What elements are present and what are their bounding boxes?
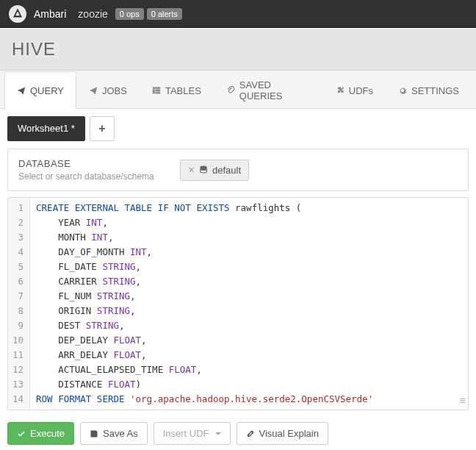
tab-label: UDFs	[349, 85, 373, 96]
tab-udfs[interactable]: UDFs	[323, 71, 386, 109]
database-selected-name: default	[212, 165, 241, 176]
execute-label: Execute	[30, 428, 65, 439]
code-line: ARR_DELAY FLOAT,	[36, 348, 462, 362]
code-line: ORIGIN STRING,	[36, 304, 462, 318]
action-bar: Execute Save As Insert UDF Visual Explai…	[7, 416, 469, 448]
code-line: DEP_DELAY FLOAT,	[36, 333, 462, 348]
resize-handle-icon[interactable]: ≡	[460, 392, 464, 408]
tab-label: SAVED QUERIES	[239, 79, 311, 101]
link-icon	[246, 429, 255, 438]
tab-label: QUERY	[30, 85, 64, 96]
insert-udf-dropdown[interactable]: Insert UDF	[154, 422, 231, 445]
tab-jobs[interactable]: JOBS	[76, 71, 140, 109]
visual-explain-label: Visual Explain	[259, 428, 319, 439]
visual-explain-button[interactable]: Visual Explain	[237, 422, 328, 445]
code-line: FL_DATE STRING,	[36, 260, 462, 274]
code-line: DEST STRING,	[36, 318, 462, 333]
tab-query[interactable]: QUERY	[4, 71, 76, 109]
editor-gutter: 123456789101112131415	[8, 198, 30, 410]
check-icon	[17, 429, 26, 438]
paper-plane-icon	[17, 86, 26, 95]
tab-label: SETTINGS	[411, 85, 459, 96]
database-hint: Select or search database/schema	[18, 171, 165, 182]
save-as-label: Save As	[103, 428, 138, 439]
sql-editor[interactable]: 123456789101112131415 CREATE EXTERNAL TA…	[7, 197, 469, 410]
paper-plane-icon	[89, 86, 98, 95]
code-line: CARRIER STRING,	[36, 274, 462, 289]
tab-tables[interactable]: TABLES	[140, 71, 214, 109]
code-line: DISTANCE FLOAT)	[36, 377, 462, 392]
code-line: DAY_OF_MONTH INT,	[36, 245, 462, 260]
database-selected-chip[interactable]: ✕ default	[180, 160, 249, 181]
save-as-button[interactable]: Save As	[80, 422, 148, 445]
ambari-logo-icon	[9, 5, 26, 23]
code-line: CREATE EXTERNAL TABLE IF NOT EXISTS rawf…	[36, 201, 462, 215]
brand-label[interactable]: Ambari	[34, 8, 66, 20]
gear-icon	[398, 86, 407, 95]
code-line: WITH SERDEPROPERTIES	[36, 407, 462, 410]
add-worksheet-button[interactable]: +	[90, 116, 115, 141]
cluster-name[interactable]: zoozie	[78, 8, 107, 20]
puzzle-icon	[336, 86, 345, 95]
database-icon	[199, 165, 208, 174]
table-icon	[152, 86, 161, 95]
save-icon	[90, 429, 98, 438]
top-nav: Ambari zoozie 0 ops 0 alerts	[0, 0, 476, 28]
code-line: MONTH INT,	[36, 230, 462, 245]
alerts-badge[interactable]: 0 alerts	[147, 8, 182, 20]
main-tabs: QUERYJOBSTABLESSAVED QUERIESUDFsSETTINGS	[0, 71, 476, 109]
view-title: HIVE	[12, 39, 464, 60]
database-label: DATABASE	[18, 158, 165, 169]
ops-badge[interactable]: 0 ops	[115, 8, 144, 20]
tab-label: TABLES	[165, 85, 201, 96]
remove-db-icon[interactable]: ✕	[188, 165, 195, 175]
paperclip-icon	[226, 86, 235, 95]
editor-code[interactable]: CREATE EXTERNAL TABLE IF NOT EXISTS rawf…	[30, 198, 468, 410]
tab-settings[interactable]: SETTINGS	[386, 71, 472, 109]
code-line: ACTUAL_ELAPSED_TIME FLOAT,	[36, 362, 462, 377]
insert-udf-label: Insert UDF	[163, 428, 209, 439]
tab-label: JOBS	[102, 85, 127, 96]
view-title-bar: HIVE	[0, 28, 476, 71]
code-line: YEAR INT,	[36, 215, 462, 230]
tab-saved-queries[interactable]: SAVED QUERIES	[214, 71, 323, 109]
content-area: Worksheet1 * + DATABASE Select or search…	[0, 109, 476, 450]
caret-down-icon	[215, 432, 221, 435]
worksheet-tabs: Worksheet1 * +	[7, 116, 469, 141]
execute-button[interactable]: Execute	[7, 422, 74, 445]
database-panel: DATABASE Select or search database/schem…	[7, 149, 469, 191]
code-line: ROW FORMAT SERDE 'org.apache.hadoop.hive…	[36, 392, 462, 407]
worksheet-tab-active[interactable]: Worksheet1 *	[7, 116, 85, 141]
code-line: FL_NUM STRING,	[36, 289, 462, 304]
